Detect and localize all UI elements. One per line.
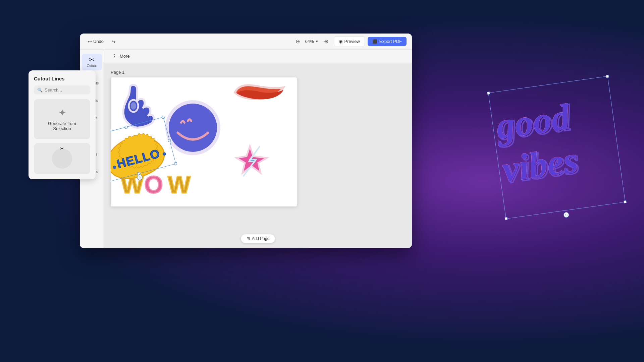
svg-point-3: [169, 104, 217, 152]
search-icon: 🔍: [37, 87, 43, 93]
more-dots-icon: ⋮: [112, 53, 118, 59]
canvas-scroll[interactable]: Page 1: [104, 63, 412, 248]
editor-body: ✂ Cutout ▦ Elements ⬆ Uploads 🖼 Images T…: [80, 50, 412, 248]
zoom-percent: 64%: [305, 39, 314, 44]
search-input[interactable]: [45, 87, 87, 93]
preview-button[interactable]: ◉ Preview: [334, 37, 365, 46]
undo-icon: ↩: [88, 39, 92, 44]
tool-cutout[interactable]: ✂ Cutout: [82, 54, 102, 70]
more-button[interactable]: ⋮ More: [109, 52, 132, 61]
undo-button[interactable]: ↩ Undo: [85, 38, 106, 46]
toolbar-left: ↩ Undo ↪: [85, 38, 290, 46]
zoom-out-button[interactable]: ⊖: [294, 37, 301, 46]
star-sticker: [236, 146, 267, 176]
add-page-icon: ⊞: [247, 236, 250, 241]
editor-window: ↩ Undo ↪ ⊖ 64% ▼ ⊕ ◉ Preview: [80, 34, 412, 248]
svg-point-1: [131, 102, 136, 110]
add-page-label: Add Page: [252, 236, 270, 241]
gv-handle-tr[interactable]: [606, 75, 609, 78]
generate-card-label: Generate from Selection: [39, 121, 85, 131]
smiley-sticker: [167, 102, 219, 154]
zoom-out-icon: ⊖: [296, 38, 300, 45]
generate-icon: ✦: [39, 107, 85, 118]
zoom-value[interactable]: 64% ▼: [303, 38, 321, 45]
zoom-dropdown-icon: ▼: [315, 40, 319, 43]
export-label: Export PDF: [379, 39, 402, 44]
more-toolbar: ⋮ More: [104, 50, 412, 63]
good-vibes-selection: ↻: [488, 76, 625, 219]
page-label: Page 1: [111, 70, 405, 75]
export-icon: ⬛: [372, 39, 377, 44]
cutout-tool-icon: ✂: [89, 56, 95, 63]
search-container[interactable]: 🔍: [34, 85, 90, 95]
zoom-in-icon: ⊕: [324, 38, 328, 45]
preview-icon: ◉: [339, 39, 342, 44]
artboard-svg: W O W: [111, 77, 297, 206]
undo-label: Undo: [93, 39, 104, 44]
gv-handle-bl[interactable]: [505, 217, 508, 220]
good-vibes-element[interactable]: ↻ good good good vibes vibes vibes: [488, 76, 625, 219]
hand-sticker: [123, 85, 154, 128]
scissors-icon: ✂: [60, 146, 64, 151]
cutout-tool-label: Cutout: [87, 64, 97, 68]
more-label: More: [120, 54, 130, 59]
generate-from-selection-card[interactable]: ✦ Generate from Selection: [34, 99, 90, 139]
add-page-button[interactable]: ⊞ Add Page: [241, 234, 275, 243]
preview-label: Preview: [344, 39, 360, 44]
toolbar-right: ◉ Preview ⬛ Export PDF: [334, 37, 407, 46]
svg-text:W: W: [168, 171, 191, 198]
artboard[interactable]: W O W: [111, 77, 297, 206]
circle-cutout-card[interactable]: ✂: [34, 143, 90, 174]
cutout-panel-title: Cutout Lines: [34, 76, 90, 81]
gv-handle-tl[interactable]: [487, 92, 490, 95]
cutout-panel: Cutout Lines 🔍 ✦ Generate from Selection…: [29, 70, 96, 179]
svg-text:O: O: [144, 171, 163, 198]
circle-shape: ✂: [52, 148, 72, 169]
canvas-area[interactable]: ⋮ More Page 1: [104, 50, 412, 248]
gv-handle-br[interactable]: [624, 200, 627, 203]
top-toolbar: ↩ Undo ↪ ⊖ 64% ▼ ⊕ ◉ Preview: [80, 34, 412, 50]
export-button[interactable]: ⬛ Export PDF: [368, 37, 407, 46]
redo-icon: ↪: [112, 39, 116, 44]
redo-button[interactable]: ↪: [109, 38, 118, 46]
lips-sticker: [235, 85, 283, 99]
zoom-in-button[interactable]: ⊕: [323, 37, 330, 46]
toolbar-center: ⊖ 64% ▼ ⊕: [294, 37, 330, 46]
